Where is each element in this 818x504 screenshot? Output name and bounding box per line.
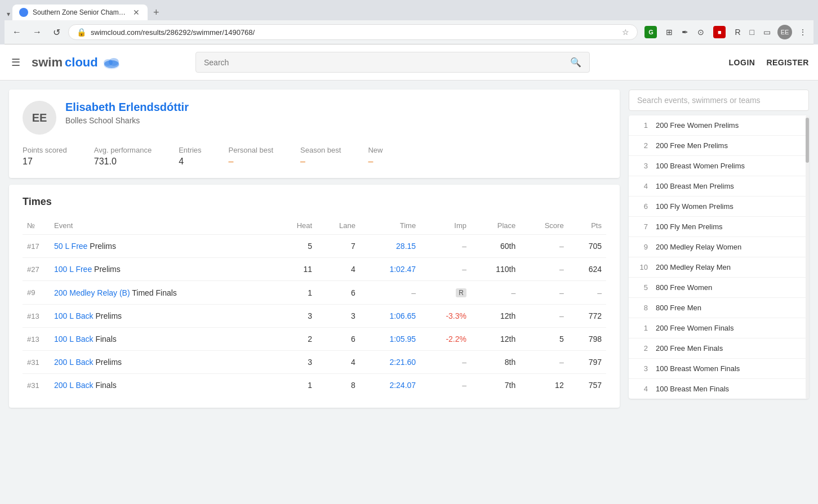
logo[interactable]: swimcloud	[32, 55, 122, 70]
event-suffix: Finals	[94, 381, 117, 390]
col-time: Time	[360, 217, 420, 235]
sidebar-event-label: 100 Breast Women Prelims	[656, 162, 745, 170]
header-actions: LOGIN REGISTER	[729, 58, 809, 67]
row-pts: 797	[568, 351, 606, 374]
browser-tabs: ▾ Southern Zone Senior Champio... ✕ +	[5, 5, 813, 20]
sidebar-event-item[interactable]: 5800 Free Women	[629, 278, 809, 298]
row-event: 200 Medley Relay (B) Timed Finals	[50, 281, 275, 305]
swimmer-name: Elisabeth Erlendsdóttir	[65, 101, 189, 114]
event-link[interactable]: 100 L Free	[54, 265, 92, 274]
profile-avatar[interactable]: EE	[777, 25, 792, 39]
search-input[interactable]	[204, 58, 566, 67]
stat-personal-best: Personal best –	[229, 146, 274, 167]
sidebar-event-item[interactable]: 8800 Free Men	[629, 298, 809, 318]
back-button[interactable]: ←	[9, 25, 25, 39]
event-link[interactable]: 100 L Back	[54, 311, 94, 320]
address-url: swimcloud.com/results/286292/swimmer/149…	[91, 28, 617, 37]
event-suffix: Prelims	[94, 311, 122, 320]
row-pts: 772	[568, 305, 606, 328]
refresh-button[interactable]: ↺	[50, 25, 64, 40]
season-best-value: –	[300, 157, 341, 167]
layers-ext[interactable]: ⊞	[664, 25, 675, 39]
r-ext[interactable]: R	[732, 25, 743, 39]
sidebar-event-num: 9	[637, 243, 648, 251]
address-bar[interactable]: 🔒 swimcloud.com/results/286292/swimmer/1…	[68, 24, 638, 40]
scrollbar[interactable]	[806, 115, 809, 399]
sidebar-event-num: 2	[637, 141, 648, 150]
swimmer-header: EE Elisabeth Erlendsdóttir Bolles School…	[23, 101, 606, 135]
search-icon[interactable]: 🔍	[570, 57, 581, 68]
row-heat: 1	[275, 374, 317, 397]
sidebar-event-item[interactable]: 2200 Free Men Finals	[629, 338, 809, 359]
tab-favicon	[19, 8, 28, 17]
camera-ext[interactable]: ⊙	[695, 25, 706, 39]
sidebar-search-input[interactable]	[637, 96, 801, 105]
row-num: #17	[23, 235, 50, 258]
sidebar-event-num: 4	[637, 182, 648, 190]
event-link[interactable]: 200 Medley Relay (B)	[54, 288, 130, 297]
times-card: Times № Event Heat Lane Time Imp Place S…	[9, 185, 620, 408]
hamburger-menu[interactable]: ☰	[9, 54, 23, 71]
row-imp: –	[420, 374, 471, 397]
row-place: 12th	[471, 305, 520, 328]
sidebar-event-num: 5	[637, 283, 648, 292]
row-heat: 1	[275, 281, 317, 305]
row-lane: 6	[317, 281, 360, 305]
sidebar-event-item[interactable]: 10200 Medley Relay Men	[629, 257, 809, 278]
new-tab-button[interactable]: +	[149, 7, 164, 19]
sidebar-search[interactable]	[629, 90, 809, 111]
sidebar-event-item[interactable]: 4100 Breast Men Prelims	[629, 176, 809, 197]
sidebar-event-item[interactable]: 6100 Fly Women Prelims	[629, 197, 809, 217]
row-time: 1:05.95	[360, 328, 420, 351]
search-bar[interactable]: 🔍	[195, 52, 590, 73]
sidebar-event-item[interactable]: 7100 Fly Men Prelims	[629, 217, 809, 237]
row-num: #9	[23, 281, 50, 305]
row-imp: –	[420, 258, 471, 281]
sidebar-event-item[interactable]: 3100 Breast Women Prelims	[629, 156, 809, 176]
sidebar-event-item[interactable]: 1200 Free Women Prelims	[629, 115, 809, 136]
sidebar-event-item[interactable]: 4100 Breast Men Finals	[629, 379, 809, 399]
row-score: –	[520, 281, 568, 305]
box-ext[interactable]: □	[748, 25, 757, 39]
sidebar-event-item[interactable]: 1200 Free Women Finals	[629, 318, 809, 338]
svg-point-3	[104, 60, 119, 68]
grammarly-ext[interactable]: G	[642, 24, 659, 41]
new-value: –	[368, 157, 383, 167]
tab-close-button[interactable]: ✕	[132, 8, 141, 17]
sidebar-event-item[interactable]: 3100 Breast Women Finals	[629, 359, 809, 379]
relay-badge: R	[456, 288, 466, 297]
sidebar-event-num: 3	[637, 162, 648, 170]
sidebar-event-label: 200 Free Women Prelims	[656, 121, 739, 130]
pen-ext[interactable]: ✒	[679, 25, 691, 39]
chrome-menu[interactable]: ⋮	[797, 25, 809, 39]
row-imp: –	[420, 351, 471, 374]
red-ext[interactable]: ■	[711, 24, 728, 41]
row-event: 100 L Free Prelims	[50, 258, 275, 281]
event-link[interactable]: 200 L Back	[54, 381, 94, 390]
sidebar-event-num: 2	[637, 344, 648, 353]
tab-dropdown[interactable]: ▾	[5, 8, 12, 20]
register-link[interactable]: REGISTER	[766, 58, 809, 67]
sidebar-event-item[interactable]: 9200 Medley Relay Women	[629, 237, 809, 257]
event-link[interactable]: 200 L Back	[54, 358, 94, 367]
tab-bar: Southern Zone Senior Champio... ✕ +	[12, 5, 164, 20]
active-tab[interactable]: Southern Zone Senior Champio... ✕	[12, 5, 148, 20]
swimmer-card: EE Elisabeth Erlendsdóttir Bolles School…	[9, 90, 620, 178]
row-place: 8th	[471, 351, 520, 374]
swimmer-team: Bolles School Sharks	[65, 116, 189, 125]
sidebar-event-item[interactable]: 2200 Free Men Prelims	[629, 136, 809, 156]
event-link[interactable]: 50 L Free	[54, 242, 87, 251]
table-row: #31200 L Back Prelims342:21.60–8th–797	[23, 351, 606, 374]
sidebar-event-label: 100 Fly Women Prelims	[656, 202, 733, 211]
login-link[interactable]: LOGIN	[729, 58, 755, 67]
sidebar-event-num: 1	[637, 324, 648, 332]
row-num: #13	[23, 305, 50, 328]
forward-button[interactable]: →	[29, 25, 45, 39]
row-num: #31	[23, 374, 50, 397]
logo-cloud: cloud	[65, 55, 98, 70]
row-heat: 3	[275, 351, 317, 374]
sidebar-toggle[interactable]: ▭	[761, 25, 773, 39]
new-label: New	[368, 146, 383, 154]
row-num: #13	[23, 328, 50, 351]
event-link[interactable]: 100 L Back	[54, 334, 94, 344]
